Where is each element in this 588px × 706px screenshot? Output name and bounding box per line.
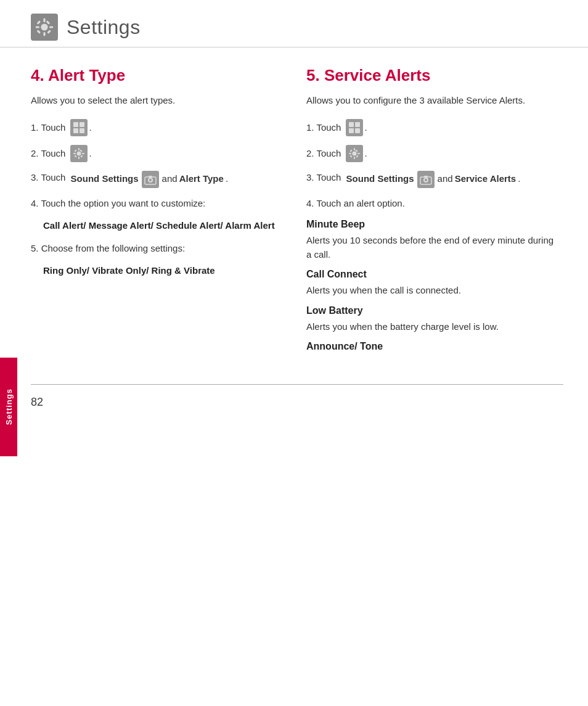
right-column: 5. Service Alerts Allows you to configur… (306, 66, 557, 359)
svg-rect-28 (349, 128, 354, 133)
step-3-left-and: and (162, 172, 178, 186)
svg-rect-15 (78, 157, 80, 159)
svg-point-13 (77, 151, 81, 155)
left-column: 4. Alert Type Allows you to select the a… (31, 66, 282, 359)
svg-rect-35 (350, 149, 353, 152)
step-3-left-bold2: Alert Type (179, 172, 224, 186)
svg-rect-27 (355, 122, 360, 127)
step-4-right: 4. Touch an alert option. (306, 197, 557, 211)
call-connect-title: Call Connect (306, 269, 557, 280)
svg-rect-10 (80, 122, 84, 127)
step-2-left: 2. Touch . (31, 145, 282, 162)
step-2-left-period: . (89, 147, 91, 160)
page-header: Settings (0, 0, 588, 47)
step-3-left-camera-icon (142, 171, 159, 188)
step-4-right-text: 4. Touch an alert option. (306, 197, 405, 211)
svg-rect-3 (36, 26, 39, 28)
step-2-left-gear-icon (70, 145, 88, 162)
svg-rect-14 (78, 148, 80, 150)
minute-beep-title: Minute Beep (306, 219, 557, 230)
step-1-right: 1. Touch . (306, 119, 557, 136)
step-3-left-bold1: Sound Settings (71, 172, 139, 186)
svg-point-30 (353, 151, 357, 155)
settings-icon (35, 17, 54, 37)
step-3-right-bold2: Service Alerts (455, 172, 517, 186)
step-2-right: 2. Touch . (306, 145, 557, 162)
alert-type-title: 4. Alert Type (31, 66, 282, 85)
svg-rect-1 (43, 18, 45, 22)
svg-rect-34 (357, 153, 360, 154)
step-3-left-content: Sound Settings and Alert Type. (71, 171, 228, 188)
step-1-right-number: 1. Touch (306, 121, 341, 134)
svg-point-0 (41, 23, 47, 30)
step-3-right-bold1: Sound Settings (346, 172, 414, 186)
page-title: Settings (67, 16, 141, 39)
minute-beep-desc: Alerts you 10 seconds before the end of … (306, 234, 557, 261)
svg-rect-31 (354, 148, 355, 150)
call-connect-section: Call Connect Alerts you when the call is… (306, 269, 557, 298)
step-1-left-period: . (89, 121, 91, 134)
alert-type-desc: Allows you to select the alert types. (31, 94, 282, 108)
svg-rect-33 (349, 153, 351, 154)
svg-rect-18 (75, 149, 77, 152)
step-3-right-content: Sound Settings and Service Alerts. (346, 171, 521, 188)
svg-rect-2 (43, 32, 45, 36)
low-battery-desc: Alerts you when the battery charge level… (306, 320, 557, 334)
step-2-right-number: 2. Touch (306, 147, 341, 160)
svg-rect-38 (350, 155, 353, 157)
step-1-left: 1. Touch . (31, 119, 282, 136)
step-5-left-text: 5. Choose from the following settings: (31, 242, 185, 256)
step-3-right-camera-icon (417, 171, 435, 188)
announce-tone-title: Announce/ Tone (306, 341, 557, 352)
svg-rect-4 (49, 26, 53, 28)
page-divider (31, 384, 563, 385)
svg-rect-20 (80, 149, 83, 152)
step-3-right-and: and (438, 172, 453, 186)
svg-rect-6 (47, 30, 51, 34)
step-2-left-number: 2. Touch (31, 147, 65, 160)
step-3-right-number: 3. Touch (306, 171, 344, 185)
settings-icon-box (31, 14, 58, 41)
step-5-left-sub: Ring Only/ Vibrate Only/ Ring & Vibrate (43, 264, 282, 278)
svg-rect-26 (349, 122, 354, 127)
step-2-right-gear-icon (346, 145, 363, 162)
svg-rect-11 (73, 128, 78, 133)
svg-rect-36 (356, 155, 359, 157)
svg-rect-7 (46, 20, 51, 25)
step-3-right: 3. Touch Sound Settings and Service Aler… (306, 171, 557, 188)
sidebar-tab-label: Settings (4, 388, 14, 425)
svg-rect-17 (82, 153, 84, 154)
low-battery-section: Low Battery Alerts you when the battery … (306, 305, 557, 334)
step-2-right-period: . (364, 147, 367, 160)
step-4-left-text: 4. Touch the option you want to customiz… (31, 197, 205, 211)
low-battery-title: Low Battery (306, 305, 557, 316)
svg-rect-29 (355, 128, 360, 133)
sidebar-tab: Settings (0, 358, 17, 456)
service-alerts-title: 5. Service Alerts (306, 66, 557, 85)
svg-rect-12 (80, 128, 84, 133)
step-4-left: 4. Touch the option you want to customiz… (31, 197, 282, 211)
svg-point-23 (149, 179, 152, 181)
svg-rect-21 (75, 155, 77, 157)
svg-rect-8 (36, 30, 41, 34)
svg-point-40 (425, 179, 427, 181)
step-1-left-number: 1. Touch (31, 121, 65, 134)
step-5-left: 5. Choose from the following settings: (31, 242, 282, 256)
step-1-right-period: . (364, 121, 367, 134)
svg-rect-5 (36, 20, 41, 25)
announce-tone-section: Announce/ Tone (306, 341, 557, 352)
svg-rect-9 (73, 122, 78, 127)
main-content: 4. Alert Type Allows you to select the a… (0, 47, 588, 378)
step-1-right-grid-icon (346, 119, 363, 136)
call-connect-desc: Alerts you when the call is connected. (306, 284, 557, 298)
svg-rect-16 (73, 153, 76, 154)
step-1-left-grid-icon (70, 119, 88, 136)
step-4-left-sub: Call Alert/ Message Alert/ Schedule Aler… (43, 219, 282, 233)
svg-rect-32 (354, 157, 355, 159)
service-alerts-desc: Allows you to configure the 3 available … (306, 94, 557, 108)
minute-beep-section: Minute Beep Alerts you 10 seconds before… (306, 219, 557, 261)
step-3-left: 3. Touch Sound Settings and Alert Type. (31, 171, 282, 188)
step-3-left-number: 3. Touch (31, 171, 68, 185)
svg-rect-19 (81, 155, 83, 157)
svg-rect-37 (356, 149, 358, 152)
